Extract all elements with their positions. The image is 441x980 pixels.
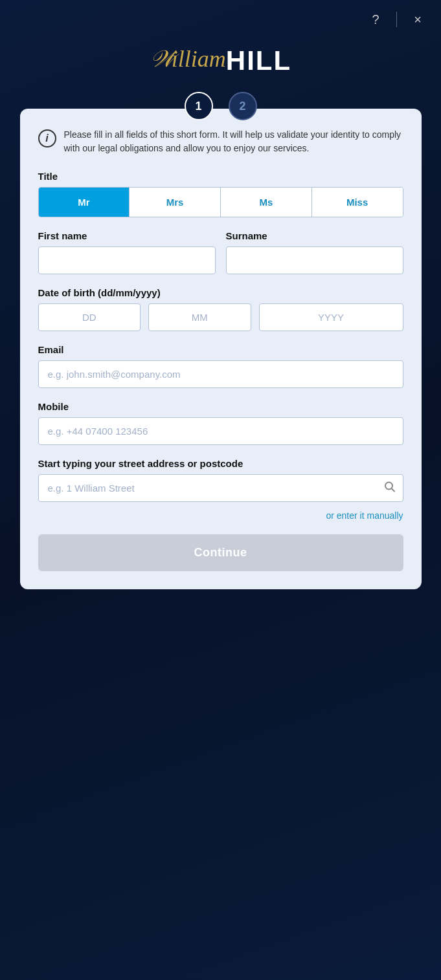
first-name-field: First name <box>38 230 216 274</box>
help-button[interactable]: ? <box>365 9 386 30</box>
top-bar: ? × <box>0 0 441 39</box>
dob-month-input[interactable] <box>148 303 251 331</box>
address-group: Start typing your street address or post… <box>38 458 403 502</box>
info-icon: i <box>38 129 56 147</box>
surname-input[interactable] <box>226 246 403 274</box>
divider <box>396 12 397 27</box>
mobile-group: Mobile <box>38 401 403 445</box>
steps-row: 1 2 <box>185 92 257 120</box>
title-buttons: Mr Mrs Ms Miss <box>38 187 403 217</box>
dob-day-input[interactable] <box>38 303 141 331</box>
mobile-label: Mobile <box>38 401 403 412</box>
logo-hill: HILL <box>226 45 291 76</box>
dob-row <box>38 303 403 331</box>
address-search-button[interactable] <box>384 481 396 495</box>
svg-line-1 <box>391 488 394 492</box>
address-label: Start typing your street address or post… <box>38 458 403 469</box>
first-name-input[interactable] <box>38 246 216 274</box>
surname-field: Surname <box>226 230 403 274</box>
logo: 𝒲illiam HILL <box>150 45 291 76</box>
enter-manually-link-row: or enter it manually <box>38 510 403 521</box>
title-mr-button[interactable]: Mr <box>39 188 130 217</box>
enter-manually-link[interactable]: or enter it manually <box>326 510 403 521</box>
address-input-wrap <box>38 474 403 502</box>
title-ms-button[interactable]: Ms <box>221 188 312 217</box>
registration-form-card: i Please fill in all fields of this shor… <box>20 109 422 589</box>
name-row: First name Surname <box>38 230 403 274</box>
email-input[interactable] <box>38 360 403 388</box>
dob-year-input[interactable] <box>259 303 403 331</box>
step-1: 1 <box>185 92 213 120</box>
continue-button[interactable]: Continue <box>38 534 403 571</box>
info-banner: i Please fill in all fields of this shor… <box>38 128 403 155</box>
title-group: Title Mr Mrs Ms Miss <box>38 171 403 217</box>
step-2: 2 <box>229 92 257 120</box>
mobile-input[interactable] <box>38 417 403 445</box>
title-label: Title <box>38 171 403 182</box>
info-text: Please fill in all fields of this short … <box>64 128 403 155</box>
dob-label: Date of birth (dd/mm/yyyy) <box>38 287 403 298</box>
email-group: Email <box>38 344 403 388</box>
title-mrs-button[interactable]: Mrs <box>130 188 221 217</box>
email-label: Email <box>38 344 403 355</box>
logo-william: 𝒲illiam <box>150 45 226 76</box>
first-name-label: First name <box>38 230 216 241</box>
surname-label: Surname <box>226 230 403 241</box>
title-miss-button[interactable]: Miss <box>312 188 403 217</box>
address-input[interactable] <box>38 474 403 502</box>
dob-group: Date of birth (dd/mm/yyyy) <box>38 287 403 331</box>
close-button[interactable]: × <box>407 9 428 30</box>
